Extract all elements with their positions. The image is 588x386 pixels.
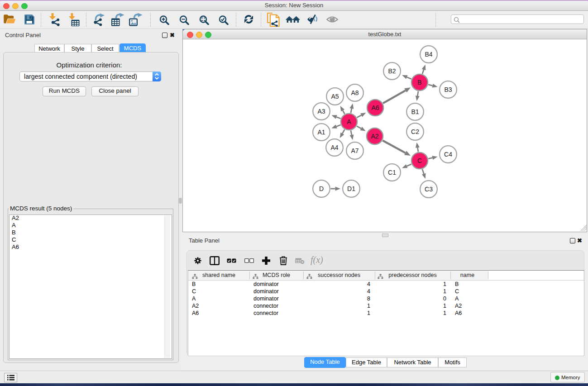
svg-text:A7: A7 [351, 147, 359, 154]
svg-text:A: A [347, 118, 351, 125]
svg-text:C3: C3 [425, 186, 433, 193]
svg-text:B: B [417, 79, 421, 86]
svg-text:D: D [319, 185, 324, 192]
svg-text:A5: A5 [331, 93, 339, 100]
svg-text:C4: C4 [444, 151, 452, 158]
svg-text:A6: A6 [371, 104, 379, 111]
svg-text:C: C [417, 157, 422, 164]
svg-text:B1: B1 [411, 108, 419, 115]
svg-text:C1: C1 [388, 169, 396, 176]
svg-text:A3: A3 [317, 108, 325, 115]
svg-text:C2: C2 [411, 128, 419, 135]
svg-text:A1: A1 [317, 129, 325, 136]
svg-text:D1: D1 [347, 185, 355, 192]
svg-text:A2: A2 [371, 133, 378, 140]
svg-text:B3: B3 [444, 86, 452, 93]
svg-text:A8: A8 [351, 89, 359, 96]
svg-text:B2: B2 [388, 67, 396, 75]
svg-text:B4: B4 [425, 51, 432, 58]
svg-text:A4: A4 [330, 144, 338, 151]
